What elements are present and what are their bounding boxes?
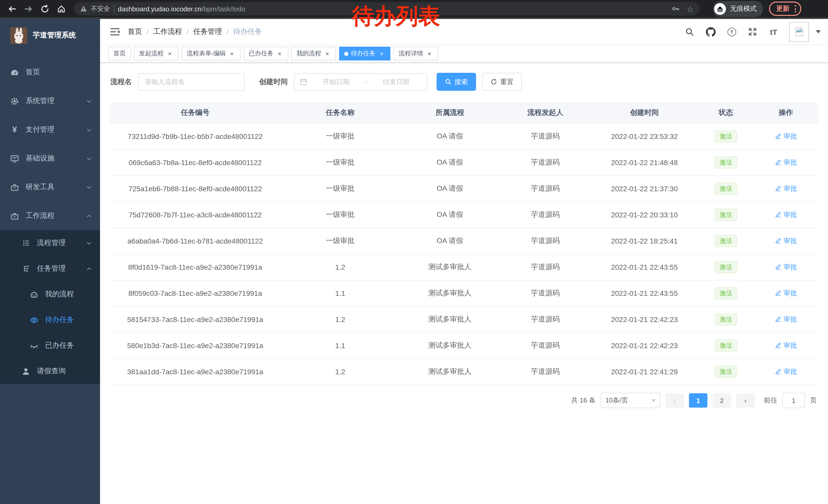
reset-button[interactable]: 重置 [482, 73, 522, 91]
close-icon[interactable]: × [324, 50, 331, 57]
sidebar-item-my-process[interactable]: 我的流程 [0, 281, 100, 307]
todo-task-table: 任务编号 任务名称 所属流程 流程发起人 创建时间 状态 操作 73211d9d… [110, 102, 818, 385]
status-badge: 激活 [714, 182, 737, 195]
approve-link[interactable]: 审批 [775, 158, 797, 167]
logo-rabbit-avatar [10, 27, 27, 44]
page-button-2[interactable]: 2 [713, 393, 731, 408]
process-name-label: 流程名 [110, 77, 132, 86]
col-task-name: 任务名称 [280, 102, 401, 124]
logo[interactable]: 芋道管理系统 [0, 19, 100, 52]
approve-link[interactable]: 审批 [775, 132, 797, 141]
eye-open-icon [30, 316, 38, 324]
approve-link[interactable]: 审批 [775, 315, 797, 324]
filter-bar: 流程名 创建时间 开始日期 - 结束日期 [110, 73, 818, 91]
password-key-icon[interactable] [671, 5, 679, 13]
approve-link[interactable]: 审批 [775, 184, 797, 193]
person-icon [22, 367, 30, 375]
breadcrumb-separator: / [147, 28, 149, 36]
approve-link[interactable]: 审批 [775, 341, 797, 350]
sidebar-item-done-tasks[interactable]: 已办任务 [0, 333, 100, 358]
tab-my-process[interactable]: 我的流程 × [291, 47, 336, 60]
process-name-input[interactable] [138, 73, 245, 91]
help-icon[interactable]: ? [726, 26, 737, 37]
sidebar-item-todo-tasks[interactable]: 待办任务 [0, 307, 100, 333]
sidebar-item-task-management[interactable]: 任务管理 [0, 256, 100, 281]
github-icon[interactable] [705, 26, 716, 37]
bookmark-star-icon[interactable]: ☆ [687, 5, 694, 12]
approve-link[interactable]: 审批 [775, 289, 797, 298]
sidebar-item-label: 研发工具 [26, 183, 54, 192]
status-badge: 激活 [714, 156, 737, 169]
sidebar-item-workflow[interactable]: 工作流程 [0, 201, 100, 230]
goto-page-input[interactable] [782, 393, 805, 408]
prev-page-button[interactable]: ‹ [665, 393, 684, 408]
status-badge: 激活 [714, 209, 737, 221]
browser-reload-button[interactable] [38, 2, 51, 15]
sidebar-collapse-icon[interactable] [107, 24, 123, 40]
col-create-time: 创建时间 [591, 102, 697, 124]
approve-link[interactable]: 审批 [775, 263, 797, 272]
avatar[interactable] [789, 22, 809, 42]
update-label: 更新 [776, 4, 790, 13]
table-row: 8f059c03-7ac8-11ec-a9e2-a2380e71991a 1.1… [110, 280, 818, 306]
avatar-caret-icon[interactable] [816, 30, 821, 33]
search-button[interactable]: 搜索 [437, 73, 476, 91]
font-size-icon[interactable]: tT [768, 26, 779, 37]
date-range-separator: - [365, 78, 367, 86]
page-content: 流程名 创建时间 开始日期 - 结束日期 [100, 62, 828, 408]
approve-link[interactable]: 审批 [775, 367, 797, 376]
end-date-placeholder: 结束日期 [370, 77, 422, 86]
page-size-select[interactable]: 10条/页 [601, 393, 660, 408]
eye-closed-icon [30, 341, 38, 350]
tab-done-tasks[interactable]: 已办任务 × [244, 47, 288, 60]
browser-back-button[interactable] [5, 2, 18, 15]
refresh-icon [490, 79, 497, 85]
goto-label: 前往 [764, 396, 777, 405]
status-badge: 激活 [714, 313, 737, 326]
page-button-1[interactable]: 1 [689, 393, 707, 408]
close-icon[interactable]: × [166, 50, 173, 57]
search-icon[interactable] [684, 26, 695, 37]
sidebar-item-home[interactable]: 首页 [0, 58, 100, 87]
browser-update-button[interactable]: 更新 [769, 2, 801, 16]
tab-form-edit[interactable]: 流程表单-编辑 × [181, 47, 241, 60]
chevron-down-icon [86, 155, 92, 161]
total-count: 共 16 条 [571, 396, 595, 405]
sidebar-item-process-management[interactable]: 流程管理 [0, 230, 100, 256]
sidebar-item-system[interactable]: 系统管理 [0, 87, 100, 116]
date-range-picker[interactable]: 开始日期 - 结束日期 [294, 73, 427, 91]
browser-home-button[interactable] [54, 2, 68, 15]
tab-start-process[interactable]: 发起流程 × [134, 47, 178, 60]
status-badge: 激活 [714, 130, 737, 143]
chevron-up-icon [86, 213, 92, 219]
sidebar-item-leave-query[interactable]: 请假查询 [0, 358, 100, 384]
pagination: 共 16 条 10条/页 ‹ 1 2 › 前往 页 [110, 393, 818, 408]
breadcrumb-workflow[interactable]: 工作流程 [153, 27, 182, 36]
close-icon[interactable]: × [228, 50, 236, 57]
sidebar-item-dev-tools[interactable]: 研发工具 [0, 173, 100, 201]
chevron-down-icon [86, 98, 92, 104]
breadcrumb-home[interactable]: 首页 [128, 27, 142, 36]
sidebar-item-infrastructure[interactable]: 基础设施 [0, 144, 100, 173]
sidebar-item-label: 流程管理 [37, 238, 66, 248]
approve-link[interactable]: 审批 [775, 236, 797, 245]
chevron-down-icon [86, 184, 92, 190]
fullscreen-icon[interactable] [747, 26, 758, 37]
browser-forward-button[interactable] [22, 2, 35, 15]
incognito-badge: 无痕模式 [713, 1, 763, 17]
sidebar-item-payment[interactable]: ¥ 支付管理 [0, 116, 100, 144]
close-icon[interactable]: × [276, 50, 283, 57]
tab-process-detail[interactable]: 流程详情 × [394, 47, 438, 60]
tab-todo-tasks[interactable]: 待办任务 × [339, 47, 390, 60]
screen: 不安全 dashboard.yudao.iocoder.cn/bpm/task/… [0, 0, 828, 504]
browser-menu-icon[interactable] [794, 4, 797, 13]
breadcrumb-task-management[interactable]: 任务管理 [194, 27, 222, 36]
approve-link[interactable]: 审批 [775, 210, 797, 220]
annotation-todo-list: 待办列表 [352, 4, 440, 29]
next-page-button[interactable]: › [736, 393, 755, 408]
close-icon[interactable]: × [378, 50, 385, 57]
close-icon[interactable]: × [426, 50, 433, 57]
tab-home[interactable]: 首页 [108, 47, 131, 60]
table-row: 381aa1dd-7ac8-11ec-a9e2-a2380e71991a 1.2… [110, 359, 818, 385]
col-actions: 操作 [754, 102, 818, 124]
